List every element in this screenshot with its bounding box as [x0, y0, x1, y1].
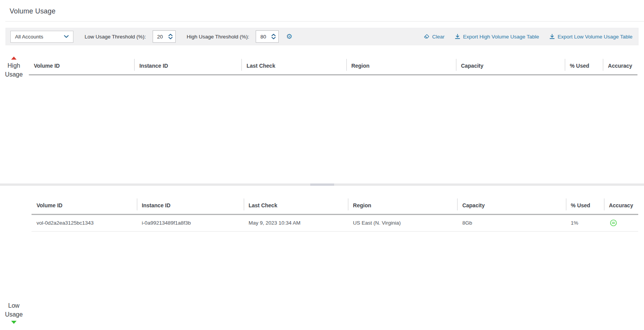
high-usage-header-row: Volume ID Instance ID Last Check Region …	[29, 58, 637, 75]
low-usage-label-line1: Low	[2, 301, 26, 310]
low-threshold-spinner	[168, 34, 175, 39]
page-title: Volume Usage	[10, 7, 55, 15]
splitter-handle[interactable]	[0, 183, 644, 186]
high-usage-arrow-up-icon	[11, 57, 17, 60]
account-filter-select[interactable]: All Accounts	[10, 31, 73, 43]
spinner-up-icon[interactable]	[168, 34, 173, 36]
low-threshold-value: 20	[153, 34, 168, 40]
cell-accuracy	[604, 214, 638, 231]
low-usage-section-label: Low Usage	[2, 301, 26, 324]
settings-gear-icon[interactable]: ⚙	[286, 33, 292, 40]
low-usage-label-line2: Usage	[2, 310, 26, 319]
eraser-icon	[424, 34, 429, 39]
export-low-volume-label: Export Low Volume Usage Table	[557, 34, 632, 40]
high-usage-section-label: High Usage	[2, 57, 26, 79]
clear-button[interactable]: Clear	[424, 34, 444, 40]
column-header-last-check[interactable]: Last Check	[241, 58, 346, 75]
high-threshold-input[interactable]: 80	[256, 30, 279, 43]
low-usage-table: Volume ID Instance ID Last Check Region …	[32, 197, 638, 232]
cell-capacity: 8Gb	[457, 214, 566, 231]
clear-label: Clear	[432, 34, 444, 40]
column-header-pct-used[interactable]: % Used	[565, 58, 603, 75]
low-usage-header-row: Volume ID Instance ID Last Check Region …	[32, 197, 638, 214]
splitter-grip-icon	[310, 183, 334, 186]
volume-usage-page: Volume Usage All Accounts Low Usage Thre…	[0, 0, 644, 330]
equal-circle-icon	[610, 219, 617, 227]
chevron-down-icon	[64, 35, 69, 38]
spinner-down-icon[interactable]	[271, 37, 276, 39]
cell-region: US East (N. Virginia)	[348, 214, 457, 231]
download-icon	[549, 34, 555, 39]
spinner-up-icon[interactable]	[271, 34, 276, 36]
toolbar-actions: Clear Export High Volume Usage Table	[424, 34, 632, 40]
cell-last-check: May 9, 2023 10:34 AM	[244, 214, 348, 231]
export-low-volume-button[interactable]: Export Low Volume Usage Table	[549, 34, 632, 40]
low-usage-arrow-down-icon	[11, 321, 17, 324]
column-header-last-check[interactable]: Last Check	[244, 197, 348, 214]
export-high-volume-label: Export High Volume Usage Table	[463, 34, 539, 40]
column-header-region[interactable]: Region	[348, 197, 457, 214]
low-threshold-label: Low Usage Threshold (%):	[85, 34, 146, 40]
column-header-region[interactable]: Region	[346, 58, 456, 75]
column-header-pct-used[interactable]: % Used	[566, 197, 604, 214]
high-usage-label-line2: Usage	[2, 70, 26, 79]
cell-pct-used: 1%	[566, 214, 604, 231]
cell-instance-id: i-0a99213489f1a8f3b	[137, 214, 244, 231]
spinner-down-icon[interactable]	[168, 37, 173, 39]
column-header-volume-id[interactable]: Volume ID	[32, 197, 137, 214]
column-header-instance-id[interactable]: Instance ID	[134, 58, 241, 75]
table-row[interactable]: vol-0d2a2ea3125bc1343 i-0a99213489f1a8f3…	[32, 214, 638, 231]
title-divider	[5, 21, 644, 22]
toolbar: All Accounts Low Usage Threshold (%): 20…	[5, 28, 639, 45]
column-header-capacity[interactable]: Capacity	[456, 58, 565, 75]
high-threshold-spinner	[271, 34, 278, 39]
download-icon	[455, 34, 460, 39]
high-usage-table: Volume ID Instance ID Last Check Region …	[29, 58, 637, 75]
low-threshold-input[interactable]: 20	[153, 30, 176, 43]
column-header-accuracy[interactable]: Accuracy	[603, 58, 637, 75]
cell-volume-id: vol-0d2a2ea3125bc1343	[32, 214, 137, 231]
column-header-capacity[interactable]: Capacity	[457, 197, 566, 214]
account-filter-value: All Accounts	[15, 34, 43, 40]
high-usage-label-line1: High	[2, 61, 26, 70]
high-threshold-value: 80	[256, 34, 271, 40]
high-threshold-label: High Usage Threshold (%):	[187, 34, 250, 40]
column-header-volume-id[interactable]: Volume ID	[29, 58, 134, 75]
column-header-accuracy[interactable]: Accuracy	[604, 197, 638, 214]
column-header-instance-id[interactable]: Instance ID	[137, 197, 244, 214]
export-high-volume-button[interactable]: Export High Volume Usage Table	[455, 34, 539, 40]
